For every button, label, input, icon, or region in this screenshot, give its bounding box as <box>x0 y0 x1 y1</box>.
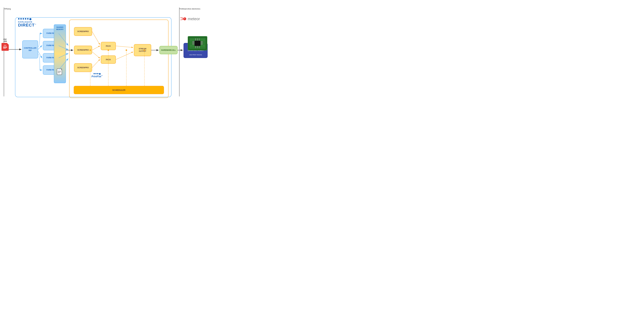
stream-output-box: STREAMOUTPUT <box>134 44 151 56</box>
printflat-text: PrintFlat™ <box>92 75 103 78</box>
svg-rect-2 <box>3 48 6 49</box>
dot2 <box>20 18 22 20</box>
svg-rect-17 <box>200 44 203 44</box>
svg-point-8 <box>184 18 185 19</box>
meteor-logo: meteor <box>179 16 210 22</box>
pack-box-1: PACK <box>101 42 116 50</box>
printflat-logo: PrintFlat™ <box>92 73 103 78</box>
shared-memory-label: SHAREDMEMORY <box>56 26 64 31</box>
meteor-icon <box>179 16 186 22</box>
scheduler-box: SCHEDULER <box>74 86 164 94</box>
screenpro-box-1: SCREENPRO <box>74 27 92 36</box>
hardware-dll-box: HARDWARE.DLL <box>160 46 178 54</box>
left-vertical-line <box>4 8 4 96</box>
svg-rect-13 <box>192 43 194 43</box>
pcb-svg <box>188 37 206 50</box>
pack-box-2: PACK <box>101 55 116 64</box>
svg-rect-19 <box>197 38 198 41</box>
dot5 <box>27 18 28 20</box>
svg-rect-20 <box>199 38 200 41</box>
direct-text: DIRECT™ <box>18 23 36 27</box>
printhead-label: Printhead drive electronics <box>179 8 200 10</box>
dot4 <box>25 18 26 20</box>
svg-rect-11 <box>194 41 200 46</box>
pfdot3 <box>97 73 98 74</box>
screenpro-box-2: SCREENPRO <box>74 46 92 54</box>
svg-rect-14 <box>192 44 194 44</box>
shared-memory-box: SHAREDMEMORY <box>54 24 66 83</box>
document-icon <box>57 68 63 76</box>
pdf-icon: PDF <box>2 43 9 51</box>
svg-rect-12 <box>192 41 194 42</box>
pfdot2 <box>95 73 96 74</box>
dot1 <box>18 18 20 20</box>
circuit-board <box>188 36 207 51</box>
svg-rect-21 <box>195 46 196 48</box>
harlequin-logo: HARLEQUIN DIRECT™ <box>18 18 36 27</box>
svg-rect-16 <box>200 43 203 43</box>
controller-rip-box: CONTROLLER RIP <box>22 40 38 58</box>
ripping-label: RIPping <box>4 8 11 10</box>
svg-rect-15 <box>200 41 203 42</box>
pfdot4 <box>99 73 101 75</box>
pdf-job-label: PDFJOB <box>4 38 7 42</box>
pfdot1 <box>94 73 95 74</box>
printflat-dots <box>94 73 101 75</box>
svg-rect-0 <box>3 47 7 47</box>
svg-rect-1 <box>3 47 7 48</box>
meteor-text: meteor <box>188 17 200 21</box>
svg-rect-18 <box>195 38 196 41</box>
svg-rect-23 <box>199 46 200 48</box>
pdf-job: PDFJOB PDF <box>2 38 9 51</box>
harlequin-dots <box>18 18 36 20</box>
dot3 <box>22 18 24 20</box>
dot6 <box>29 18 32 20</box>
svg-rect-22 <box>197 46 198 48</box>
screenpro-box-3: SCREENPRO <box>74 63 92 72</box>
